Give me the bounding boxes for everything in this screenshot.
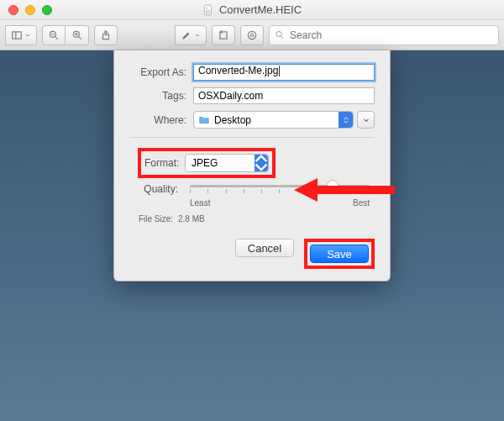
sidebar-toggle-button[interactable]: [5, 25, 37, 45]
window-title: ConvertMe.HEIC: [219, 3, 302, 16]
expand-disclosure-button[interactable]: [357, 111, 375, 129]
quality-min-label: Least: [190, 198, 210, 208]
tags-label: Tags:: [129, 90, 193, 102]
svg-point-14: [248, 31, 255, 39]
markup-button[interactable]: [175, 25, 207, 45]
where-value: Desktop: [214, 114, 251, 126]
where-popup[interactable]: Desktop: [193, 111, 354, 129]
svg-point-2: [206, 7, 207, 8]
tags-field[interactable]: [193, 87, 375, 104]
document-icon: [202, 4, 214, 16]
zoom-out-button[interactable]: [42, 25, 66, 45]
format-highlight: Format: JPEG: [138, 148, 276, 178]
format-value: JPEG: [192, 157, 218, 169]
save-button[interactable]: Save: [310, 245, 369, 263]
cancel-button[interactable]: Cancel: [235, 239, 294, 257]
filesize-value: 2.8 MB: [178, 214, 205, 224]
search-input[interactable]: [290, 29, 493, 41]
zoom-in-button[interactable]: [66, 25, 89, 45]
export-as-label: Export As:: [129, 66, 193, 78]
zoom-window-button[interactable]: [42, 5, 52, 15]
save-highlight: Save: [304, 239, 375, 269]
export-as-value: Converted-Me.jpg: [198, 65, 278, 76]
svg-rect-1: [205, 10, 210, 14]
search-icon: [275, 29, 285, 40]
format-label: Format:: [144, 157, 185, 169]
quality-slider[interactable]: [185, 185, 375, 193]
svg-rect-3: [13, 31, 22, 38]
close-window-button[interactable]: [8, 5, 18, 15]
export-sheet: Export As: Converted-Me.jpg Tags: Where:…: [113, 50, 391, 282]
toolbar: [0, 20, 504, 50]
updown-arrows-icon: [255, 155, 268, 171]
format-popup[interactable]: JPEG: [185, 154, 269, 172]
quality-max-label: Best: [353, 198, 370, 208]
svg-rect-0: [204, 5, 211, 15]
minimize-window-button[interactable]: [25, 5, 35, 15]
svg-line-9: [78, 36, 81, 39]
folder-icon: [198, 114, 210, 126]
rotate-button[interactable]: [212, 25, 235, 45]
share-button[interactable]: [94, 25, 118, 45]
quality-label: Quality:: [138, 183, 185, 195]
filesize-label: File Size:: [138, 214, 178, 224]
export-as-field[interactable]: Converted-Me.jpg: [193, 64, 375, 81]
text-caret: [279, 66, 280, 76]
document-viewport: Export As: Converted-Me.jpg Tags: Where:…: [0, 50, 504, 421]
updown-arrows-icon: [339, 112, 353, 128]
search-field[interactable]: [269, 25, 499, 45]
titlebar: ConvertMe.HEIC: [0, 0, 504, 20]
svg-point-15: [276, 31, 281, 36]
annotate-button[interactable]: [240, 25, 264, 45]
svg-line-6: [55, 36, 58, 39]
svg-line-16: [281, 36, 284, 39]
where-label: Where:: [129, 114, 193, 126]
divider: [129, 137, 375, 138]
